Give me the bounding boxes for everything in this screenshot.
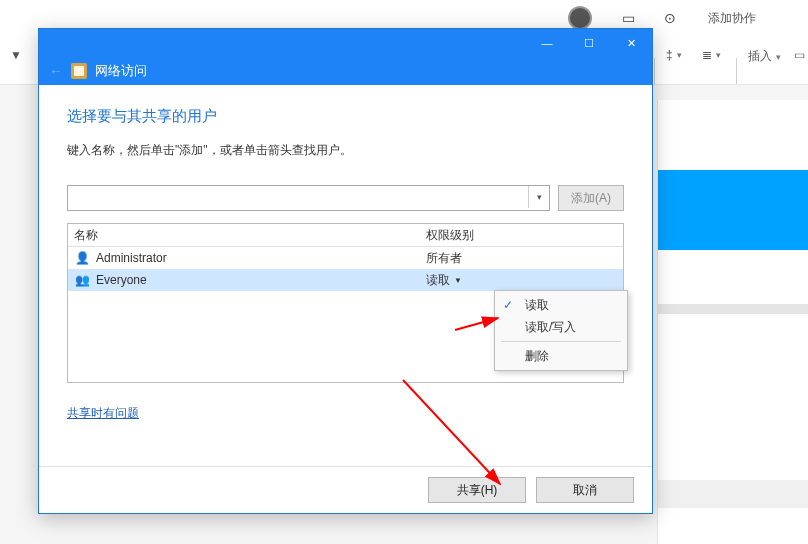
menu-item-readwrite[interactable]: 读取/写入 [497, 316, 625, 338]
list-header: 名称 权限级别 [68, 224, 623, 247]
more-icon[interactable]: ▭ [794, 48, 805, 62]
menu-item-delete[interactable]: 删除 [497, 345, 625, 367]
side-gap [658, 304, 808, 314]
list-header-level[interactable]: 权限级别 [420, 224, 623, 246]
menu-item-read[interactable]: ✓ 读取 [497, 294, 625, 316]
watermark-icon [710, 512, 744, 538]
breadcrumb-title: 网络访问 [95, 62, 147, 80]
insert-label: 插入 [748, 48, 772, 65]
chevron-down-icon[interactable]: ▾ [528, 186, 549, 208]
side-gray-block [658, 480, 808, 508]
dialog-heading: 选择要与其共享的用户 [67, 107, 624, 126]
group-icon: 👥 [74, 272, 90, 288]
permission-menu: ✓ 读取 读取/写入 删除 [494, 290, 628, 371]
comment-icon[interactable]: ▭ [618, 10, 638, 26]
maximize-button[interactable]: ☐ [568, 29, 610, 57]
back-arrow-icon[interactable]: ← [49, 63, 63, 79]
list-row-level: 所有者 [426, 250, 462, 267]
play-icon[interactable]: ⊙ [660, 10, 680, 26]
toolbar-separator-2 [736, 58, 737, 84]
watermark-text: 系统之家 [750, 516, 802, 534]
indent-icon[interactable]: ≣▾ [702, 48, 721, 62]
minimize-button[interactable]: — [526, 29, 568, 57]
titlebar: — ☐ ✕ [39, 29, 652, 57]
close-button[interactable]: ✕ [610, 29, 652, 57]
menu-item-label: 删除 [525, 348, 549, 365]
user-combobox[interactable]: ▾ [67, 185, 550, 211]
add-collaborate-button[interactable]: 添加协作 [702, 10, 762, 26]
list-row-level: 读取 [426, 272, 450, 289]
user-combobox-value [68, 186, 72, 200]
menu-separator [501, 341, 621, 342]
user-icon: 👤 [74, 250, 90, 266]
user-entry-row: ▾ 添加(A) [67, 185, 624, 211]
toolbar-separator [654, 58, 655, 84]
line-spacing-icon[interactable]: ‡▾ [666, 48, 682, 62]
menu-item-label: 读取 [525, 297, 549, 314]
toolbar-filter-icon[interactable]: ▼ [10, 48, 22, 62]
menu-item-label: 读取/写入 [525, 319, 576, 336]
check-icon: ✓ [503, 298, 513, 312]
breadcrumb: ← 网络访问 [39, 57, 652, 85]
chevron-down-icon[interactable]: ▼ [454, 276, 462, 285]
help-link[interactable]: 共享时有问题 [67, 405, 139, 422]
side-panel [657, 100, 808, 544]
cancel-button[interactable]: 取消 [536, 477, 634, 503]
list-row-name: Administrator [96, 251, 167, 265]
list-header-name[interactable]: 名称 [68, 224, 420, 246]
folder-icon [71, 63, 87, 79]
avatar[interactable] [568, 6, 592, 30]
insert-menu[interactable]: 插入▾ [748, 48, 781, 65]
share-button[interactable]: 共享(H) [428, 477, 526, 503]
list-row-administrator[interactable]: 👤 Administrator 所有者 [68, 247, 623, 269]
watermark: 系统之家 [710, 512, 802, 538]
network-share-dialog: — ☐ ✕ ← 网络访问 选择要与其共享的用户 键入名称，然后单击"添加"，或者… [38, 28, 653, 514]
side-blue-block [658, 170, 808, 250]
add-button: 添加(A) [558, 185, 624, 211]
list-row-name: Everyone [96, 273, 147, 287]
dialog-footer: 共享(H) 取消 [39, 466, 652, 513]
screenshot-root: ▭ ⊙ 添加协作 ▼ ‡▾ ≣▾ 插入▾ ▭ — ☐ ✕ ← 网络访问 选择要与… [0, 0, 808, 544]
dialog-instruction: 键入名称，然后单击"添加"，或者单击箭头查找用户。 [67, 142, 624, 159]
list-row-everyone[interactable]: 👥 Everyone 读取 ▼ [68, 269, 623, 291]
